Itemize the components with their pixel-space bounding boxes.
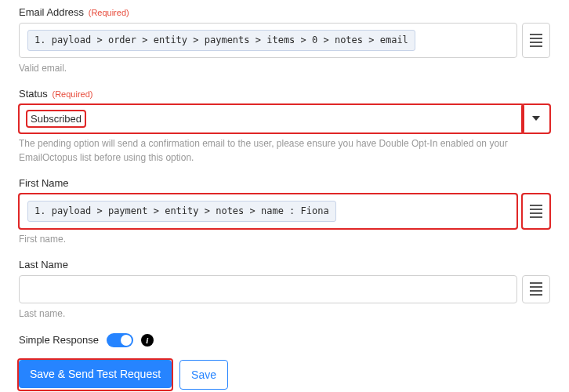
field-status: Status (Required) Subscribed The pending… xyxy=(19,88,550,165)
hamburger-icon xyxy=(530,282,542,296)
simple-response-toggle[interactable] xyxy=(107,333,133,347)
first-name-label: First Name xyxy=(19,177,550,189)
field-email-address: Email Address (Required) 1. payload > or… xyxy=(19,6,550,75)
save-button[interactable]: Save xyxy=(179,360,228,390)
status-helper: The pending option will send a confirmat… xyxy=(19,136,550,165)
first-name-input-row: 1. payload > payment > entity > notes > … xyxy=(19,194,550,229)
info-icon[interactable]: i xyxy=(141,334,154,347)
email-input-row: 1. payload > order > entity > payments >… xyxy=(19,23,550,58)
save-send-test-button[interactable]: Save & Send Test Request xyxy=(19,360,172,388)
first-name-input[interactable]: 1. payload > payment > entity > notes > … xyxy=(19,194,517,229)
hamburger-icon xyxy=(530,34,542,47)
status-caret-button[interactable] xyxy=(523,104,550,133)
last-name-input[interactable] xyxy=(19,275,517,303)
field-last-name: Last Name Last name. xyxy=(19,259,550,321)
required-tag: (Required) xyxy=(89,8,129,17)
status-input-row: Subscribed xyxy=(19,104,550,133)
status-label-text: Status xyxy=(19,88,48,100)
first-name-path-pill[interactable]: 1. payload > payment > entity > notes > … xyxy=(27,201,336,222)
email-helper: Valid email. xyxy=(19,61,550,75)
last-name-input-row xyxy=(19,275,550,303)
email-path-pill[interactable]: 1. payload > order > entity > payments >… xyxy=(27,30,415,51)
simple-response-label: Simple Response xyxy=(19,334,99,346)
required-tag: (Required) xyxy=(52,89,92,99)
last-name-helper: Last name. xyxy=(19,307,550,321)
last-name-label: Last Name xyxy=(19,259,550,270)
email-menu-button[interactable] xyxy=(522,23,550,58)
status-value: Subscribed xyxy=(27,111,85,126)
hamburger-icon xyxy=(530,205,542,218)
status-label: Status (Required) xyxy=(19,88,550,100)
email-label-text: Email Address xyxy=(19,6,84,18)
first-name-menu-button[interactable] xyxy=(522,194,550,229)
email-label: Email Address (Required) xyxy=(19,6,550,18)
save-send-highlight: Save & Send Test Request xyxy=(19,360,172,390)
field-first-name: First Name 1. payload > payment > entity… xyxy=(19,177,550,246)
simple-response-row: Simple Response i xyxy=(19,333,550,347)
status-select[interactable]: Subscribed xyxy=(19,104,523,133)
email-input[interactable]: 1. payload > order > entity > payments >… xyxy=(19,23,517,58)
button-row: Save & Send Test Request Save xyxy=(19,360,550,390)
last-name-menu-button[interactable] xyxy=(522,275,550,303)
chevron-down-icon xyxy=(532,116,540,121)
first-name-helper: First name. xyxy=(19,232,550,246)
